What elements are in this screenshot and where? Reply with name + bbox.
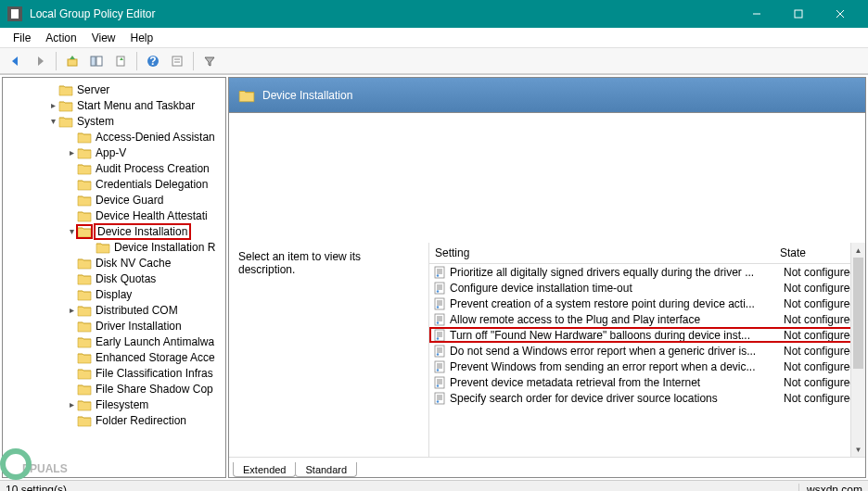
menu-view[interactable]: View xyxy=(84,30,123,46)
column-setting[interactable]: Setting xyxy=(429,246,780,259)
folder-icon xyxy=(238,88,255,103)
tree-item[interactable]: File Classification Infras xyxy=(3,365,225,381)
folder-icon xyxy=(77,351,92,364)
setting-icon xyxy=(433,360,446,373)
window-buttons xyxy=(735,0,861,28)
tree-item[interactable]: Early Launch Antimalwa xyxy=(3,334,225,349)
scroll-thumb[interactable] xyxy=(853,258,863,369)
tree-item-server[interactable]: Server xyxy=(3,82,225,97)
status-count: 10 setting(s) xyxy=(6,484,67,492)
folder-icon xyxy=(77,288,92,301)
setting-name: Prevent creation of a system restore poi… xyxy=(450,297,784,310)
tree-item[interactable]: Device Health Attestati xyxy=(3,208,225,223)
details-title: Device Installation xyxy=(262,89,352,102)
tree-label: App-V xyxy=(96,146,126,159)
details-pane: Device Installation Select an item to vi… xyxy=(228,77,866,478)
tree-item-system[interactable]: ▾System xyxy=(3,113,225,129)
tree-label: Enhanced Storage Acce xyxy=(96,351,215,364)
tree-item[interactable]: ▸App-V xyxy=(3,145,225,160)
tree-item[interactable]: Disk Quotas xyxy=(3,271,225,286)
svg-rect-11 xyxy=(96,57,102,66)
help-button[interactable]: ? xyxy=(143,51,163,71)
tree-item[interactable]: Folder Redirection xyxy=(3,412,225,428)
title-bar: Local Group Policy Editor xyxy=(0,0,868,28)
tree-item[interactable]: File Share Shadow Cop xyxy=(3,381,225,397)
tree-item[interactable]: Access-Denied Assistan xyxy=(3,129,225,145)
details-spacer xyxy=(229,113,865,243)
show-hide-tree-button[interactable] xyxy=(86,51,107,71)
menu-file[interactable]: File xyxy=(6,30,38,46)
tree-item[interactable]: Driver Installation xyxy=(3,318,225,334)
folder-icon xyxy=(77,146,92,159)
forward-button[interactable] xyxy=(30,51,50,71)
tree-item[interactable]: ▸Distributed COM xyxy=(3,302,225,318)
back-button[interactable] xyxy=(6,51,26,71)
folder-icon xyxy=(58,115,73,128)
expand-icon[interactable]: ▸ xyxy=(66,147,77,157)
expand-icon[interactable]: ▸ xyxy=(66,399,77,409)
folder-icon xyxy=(58,99,73,112)
tree-item[interactable]: ▸Filesystem xyxy=(3,397,225,412)
setting-row[interactable]: Prevent Windows from sending an error re… xyxy=(429,359,865,374)
close-button[interactable] xyxy=(819,0,861,28)
tree-pane[interactable]: Server▸Start Menu and Taskbar▾SystemAcce… xyxy=(2,77,226,478)
setting-row[interactable]: Configure device installation time-outNo… xyxy=(429,280,865,296)
setting-name: Allow remote access to the Plug and Play… xyxy=(450,313,784,326)
setting-name: Specify search order for device driver s… xyxy=(450,392,784,405)
tree-item[interactable]: ▾Device Installation xyxy=(3,223,225,239)
tree-item[interactable]: Credentials Delegation xyxy=(3,176,225,192)
minimize-button[interactable] xyxy=(735,0,777,28)
setting-row[interactable]: Prioritize all digitally signed drivers … xyxy=(429,264,865,280)
setting-icon xyxy=(433,297,446,310)
setting-row[interactable]: Allow remote access to the Plug and Play… xyxy=(429,311,865,327)
description-panel: Select an item to view its description. xyxy=(229,243,429,457)
expand-icon[interactable]: ▾ xyxy=(66,226,77,236)
svg-text:?: ? xyxy=(149,55,156,68)
setting-icon xyxy=(433,345,446,358)
main-body: Server▸Start Menu and Taskbar▾SystemAcce… xyxy=(0,74,868,480)
watermark-ring-icon xyxy=(0,448,32,480)
tree-item-startmenu[interactable]: ▸Start Menu and Taskbar xyxy=(3,97,225,113)
setting-icon xyxy=(433,313,446,326)
expand-expanded-icon[interactable]: ▾ xyxy=(47,116,58,126)
folder-icon xyxy=(77,398,92,411)
tree-item[interactable]: Device Guard xyxy=(3,192,225,208)
scroll-down-button[interactable]: ▼ xyxy=(851,442,865,457)
tree-item[interactable]: Disk NV Cache xyxy=(3,255,225,271)
properties-button[interactable] xyxy=(167,51,187,71)
tree-label: Disk Quotas xyxy=(96,272,156,285)
menu-help[interactable]: Help xyxy=(123,30,161,46)
toolbar: ? xyxy=(0,48,868,74)
status-bar: 10 setting(s) wsxdn.com xyxy=(0,480,868,491)
vertical-scrollbar[interactable]: ▲ ▼ xyxy=(850,243,865,457)
scroll-up-button[interactable]: ▲ xyxy=(851,243,865,258)
setting-row[interactable]: Turn off "Found New Hardware" balloons d… xyxy=(429,327,865,343)
tree-label: Device Installation xyxy=(94,223,191,240)
folder-icon xyxy=(77,304,92,317)
export-button[interactable] xyxy=(110,51,131,71)
settings-list: Setting State Prioritize all digitally s… xyxy=(429,243,865,457)
tree-item[interactable]: Audit Process Creation xyxy=(3,160,225,176)
tree-item[interactable]: Enhanced Storage Acce xyxy=(3,349,225,365)
expand-icon[interactable]: ▸ xyxy=(66,305,77,315)
expand-collapsed-icon[interactable]: ▸ xyxy=(47,100,58,110)
tree-label: System xyxy=(77,115,114,128)
setting-row[interactable]: Do not send a Windows error report when … xyxy=(429,343,865,359)
setting-name: Configure device installation time-out xyxy=(450,282,784,295)
tree-item[interactable]: Device Installation R xyxy=(3,239,225,255)
setting-row[interactable]: Prevent creation of a system restore poi… xyxy=(429,296,865,311)
tab-standard[interactable]: Standard xyxy=(295,462,357,477)
maximize-button[interactable] xyxy=(777,0,819,28)
up-button[interactable] xyxy=(62,51,83,71)
folder-icon xyxy=(77,257,92,270)
toolbar-separator-2 xyxy=(136,52,137,70)
setting-row[interactable]: Specify search order for device driver s… xyxy=(429,390,865,406)
filter-button[interactable] xyxy=(199,51,220,71)
tree-item[interactable]: Display xyxy=(3,286,225,302)
folder-icon xyxy=(77,131,92,144)
folder-icon xyxy=(77,335,92,348)
tab-extended[interactable]: Extended xyxy=(233,462,296,477)
menu-action[interactable]: Action xyxy=(38,30,83,46)
tree-label: Device Installation R xyxy=(114,241,215,254)
setting-row[interactable]: Prevent device metadata retrieval from t… xyxy=(429,374,865,390)
